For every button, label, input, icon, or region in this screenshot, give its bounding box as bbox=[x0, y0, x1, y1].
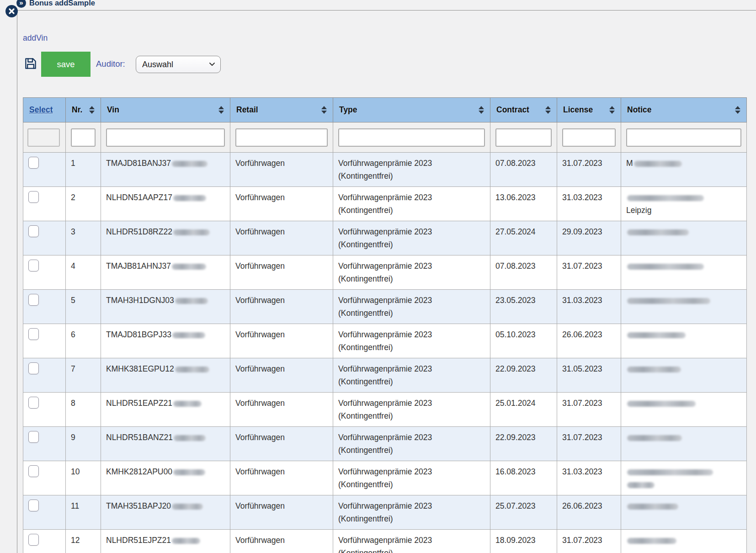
contract-cell: 27.05.2024 bbox=[490, 221, 557, 255]
notice-cell bbox=[621, 461, 747, 495]
table-header-row: SelectNr.VinRetailTypeContractLicenseNot… bbox=[23, 98, 747, 122]
column-header-nr[interactable]: Nr. bbox=[66, 98, 101, 122]
row-checkbox[interactable] bbox=[28, 191, 39, 203]
contract-cell: 16.08.2023 bbox=[490, 461, 557, 495]
notice-line: Leipzig bbox=[626, 204, 743, 217]
table-filter-row bbox=[23, 122, 747, 153]
type-cell: Vorführwagenprämie 2023 (Kontingentfrei) bbox=[333, 153, 490, 187]
select-all-link[interactable]: Select bbox=[29, 105, 53, 115]
select-cell bbox=[23, 393, 66, 427]
filter-cell-retail bbox=[230, 122, 333, 153]
vin-cell: NLHDR51D8RZ22 bbox=[101, 221, 230, 255]
retail-cell: Vorführwagen bbox=[230, 290, 333, 324]
type-line-1: Vorführwagenprämie 2023 bbox=[338, 397, 486, 409]
notice-redacted bbox=[627, 367, 681, 372]
type-line-2: (Kontingentfrei) bbox=[338, 238, 486, 251]
vin-cell: KMHK381EGPU12 bbox=[101, 358, 230, 393]
filter-input-license[interactable] bbox=[562, 128, 616, 147]
column-header-notice[interactable]: Notice bbox=[621, 98, 747, 122]
notice-redacted bbox=[627, 298, 710, 304]
type-cell: Vorführwagenprämie 2023 (Kontingentfrei) bbox=[333, 393, 490, 427]
license-cell: 31.03.2023 bbox=[557, 290, 621, 324]
contract-cell: 07.08.2023 bbox=[490, 255, 557, 290]
row-checkbox[interactable] bbox=[28, 362, 39, 374]
auditor-select[interactable]: Auswahl bbox=[136, 56, 221, 73]
vin-redacted bbox=[173, 401, 202, 407]
type-cell: Vorführwagenprämie 2023 (Kontingentfrei) bbox=[333, 221, 490, 255]
row-checkbox[interactable] bbox=[28, 500, 39, 511]
filter-cell-license bbox=[557, 122, 621, 153]
vin-cell: KMHK2812APU00 bbox=[101, 461, 230, 495]
type-line-2: (Kontingentfrei) bbox=[338, 375, 486, 388]
row-checkbox[interactable] bbox=[28, 328, 39, 340]
addvin-link[interactable]: addVin bbox=[23, 33, 48, 43]
filter-input-type[interactable] bbox=[338, 128, 485, 147]
notice-text: M bbox=[626, 159, 633, 168]
sample-table: SelectNr.VinRetailTypeContractLicenseNot… bbox=[23, 97, 747, 553]
sort-icon bbox=[479, 106, 484, 114]
row-checkbox[interactable] bbox=[28, 534, 39, 546]
notice-redacted bbox=[627, 264, 704, 270]
auditor-label: Auditor: bbox=[96, 59, 125, 69]
filter-input-retail[interactable] bbox=[235, 128, 328, 147]
type-line-2: (Kontingentfrei) bbox=[338, 170, 486, 182]
retail-cell: Vorführwagen bbox=[230, 187, 333, 221]
row-checkbox[interactable] bbox=[28, 294, 39, 306]
vin-value: TMAJD81BGPJ33 bbox=[106, 330, 171, 339]
contract-cell: 13.06.2023 bbox=[490, 187, 557, 221]
row-checkbox[interactable] bbox=[28, 225, 39, 237]
retail-cell: Vorführwagen bbox=[230, 221, 333, 255]
vin-redacted bbox=[173, 469, 205, 475]
vin-value: NLHDR51EAPZ21 bbox=[106, 399, 172, 408]
column-header-retail[interactable]: Retail bbox=[230, 98, 333, 122]
retail-cell: Vorführwagen bbox=[230, 255, 333, 290]
filter-input-contract[interactable] bbox=[495, 128, 552, 147]
save-button[interactable]: save bbox=[41, 52, 91, 77]
column-header-select[interactable]: Select bbox=[23, 98, 66, 122]
retail-cell: Vorführwagen bbox=[230, 358, 333, 393]
chevron-right-circle-icon: » bbox=[16, 0, 26, 8]
sort-icon bbox=[89, 106, 95, 114]
row-checkbox[interactable] bbox=[28, 397, 39, 409]
type-line-2: (Kontingentfrei) bbox=[338, 341, 486, 354]
license-cell: 31.07.2023 bbox=[557, 393, 621, 427]
type-cell: Vorführwagenprämie 2023 (Kontingentfrei) bbox=[333, 461, 490, 495]
retail-cell: Vorführwagen bbox=[230, 530, 333, 553]
contract-cell: 23.05.2023 bbox=[490, 290, 557, 324]
license-cell: 26.06.2023 bbox=[557, 324, 621, 358]
license-cell: 31.03.2023 bbox=[557, 187, 621, 221]
type-line-1: Vorführwagenprämie 2023 bbox=[338, 431, 486, 444]
column-header-contract[interactable]: Contract bbox=[490, 98, 557, 122]
column-header-license[interactable]: License bbox=[557, 98, 621, 122]
vin-redacted bbox=[172, 332, 205, 338]
panel-border-left bbox=[17, 10, 17, 553]
notice-line bbox=[626, 465, 743, 478]
filter-input-notice[interactable] bbox=[626, 128, 741, 147]
row-checkbox[interactable] bbox=[28, 260, 39, 271]
row-checkbox[interactable] bbox=[28, 431, 39, 443]
vin-redacted bbox=[172, 264, 206, 270]
column-label-vin: Vin bbox=[107, 105, 119, 115]
notice-line bbox=[626, 500, 743, 512]
row-checkbox[interactable] bbox=[28, 465, 39, 477]
sort-icon bbox=[735, 106, 740, 114]
column-header-type[interactable]: Type bbox=[333, 98, 490, 122]
notice-redacted bbox=[627, 195, 704, 201]
table-body: 1 TMAJD81BANJ37 Vorführwagen Vorführwage… bbox=[23, 153, 747, 553]
vin-cell: NLHDR51EJPZ21 bbox=[101, 530, 230, 553]
column-label-contract: Contract bbox=[496, 105, 529, 115]
type-line-2: (Kontingentfrei) bbox=[338, 307, 486, 319]
notice-cell bbox=[621, 255, 747, 290]
bonus-addsample-page: » Bonus addSample addVin save Auditor: A… bbox=[0, 0, 756, 553]
filter-input-vin[interactable] bbox=[106, 128, 225, 147]
row-checkbox[interactable] bbox=[28, 157, 39, 169]
nr-cell: 4 bbox=[66, 255, 101, 290]
column-label-retail: Retail bbox=[236, 105, 258, 115]
type-line-2: (Kontingentfrei) bbox=[338, 512, 486, 525]
close-button[interactable] bbox=[5, 5, 18, 17]
column-header-vin[interactable]: Vin bbox=[101, 98, 230, 122]
filter-input-nr[interactable] bbox=[71, 128, 96, 147]
license-cell: 31.07.2023 bbox=[557, 530, 621, 553]
vin-value: KMHK2812APU00 bbox=[106, 467, 172, 476]
save-disk-icon[interactable] bbox=[24, 57, 37, 72]
